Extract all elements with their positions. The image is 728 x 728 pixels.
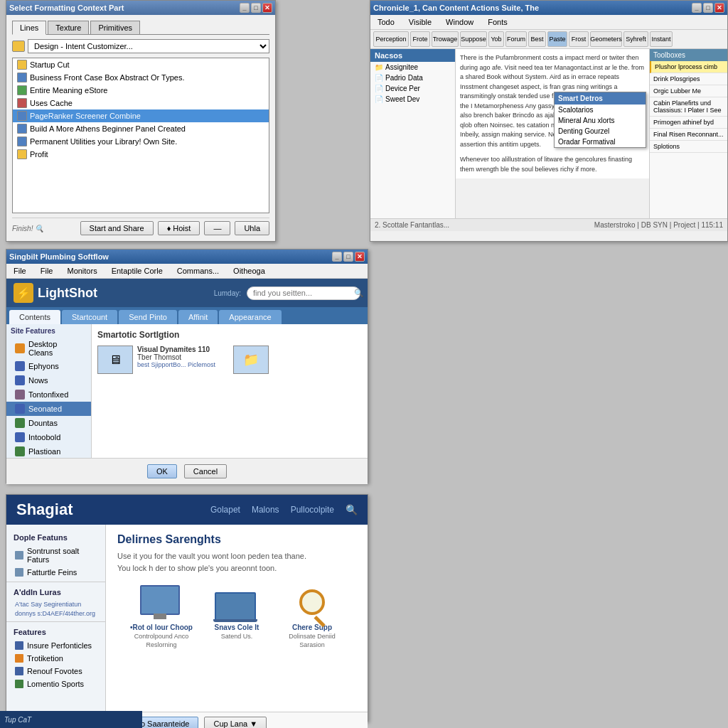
tb-geometers[interactable]: Geometers bbox=[590, 31, 622, 47]
tb-instant[interactable]: Instant bbox=[650, 31, 673, 47]
hoist-btn[interactable]: ♦ Hoist bbox=[158, 221, 200, 235]
win1-close-btn[interactable]: ✕ bbox=[262, 3, 272, 13]
menu-window[interactable]: Window bbox=[441, 16, 478, 28]
nav-golapet[interactable]: Golapet bbox=[210, 505, 240, 515]
sidebar-item-renouf[interactable]: Renouf Fovotes bbox=[6, 665, 105, 678]
sidebar-item-sontrunst[interactable]: Sontrunst soalt Faturs bbox=[6, 545, 105, 566]
tb-frost[interactable]: Frost bbox=[569, 31, 589, 47]
rp-item-1[interactable]: Plushor lprocess cimb bbox=[650, 61, 727, 73]
win2-close-btn[interactable]: ✕ bbox=[714, 3, 724, 13]
menu-commans[interactable]: Commans... bbox=[173, 265, 223, 277]
list-item[interactable]: Profit bbox=[13, 148, 269, 161]
nav-item-sweet[interactable]: 📄Sweet Dev bbox=[370, 94, 455, 105]
header-right: Lumday: 🔍 bbox=[214, 287, 360, 300]
list-item[interactable]: Uses Cache bbox=[13, 97, 269, 109]
list-item[interactable]: Startup Cut bbox=[13, 58, 269, 71]
list-item-selected[interactable]: PageRanker Screener Combine bbox=[13, 109, 269, 122]
popup-item-scalotarios[interactable]: Scalotarios bbox=[555, 105, 646, 115]
rp-item-7[interactable]: Splotions bbox=[650, 141, 727, 153]
rp-item-4[interactable]: Cabin Planefirts und Classisus: I Plater… bbox=[650, 97, 727, 117]
tb-best[interactable]: Best bbox=[528, 31, 546, 47]
tb-trowage[interactable]: Trowage bbox=[432, 31, 459, 47]
sidebar-item-fatturtle[interactable]: Fatturtle Feins bbox=[6, 566, 105, 579]
popup-item-mineral[interactable]: Mineral Anu xlorts bbox=[555, 115, 646, 126]
sidebar-link-intoobold[interactable]: Intoobold bbox=[6, 430, 91, 444]
tb-perception[interactable]: Perception bbox=[373, 31, 409, 47]
nav-item-padrio[interactable]: 📄Padrio Data bbox=[370, 73, 455, 83]
win3-maximize-btn[interactable]: □ bbox=[343, 252, 353, 262]
menu-file1[interactable]: File bbox=[9, 265, 31, 277]
nav-malons[interactable]: Malons bbox=[252, 505, 279, 515]
nav-item-device[interactable]: 📄Device Per bbox=[370, 83, 455, 94]
tb-suppose[interactable]: Suppose bbox=[460, 31, 487, 47]
rp-item-6[interactable]: Final Risen Reconnant... bbox=[650, 129, 727, 141]
menu-visible[interactable]: Visible bbox=[405, 16, 436, 28]
start-share-btn[interactable]: Start and Share bbox=[80, 221, 154, 235]
popup-item-denting[interactable]: Denting Gourzel bbox=[555, 126, 646, 136]
menu-entaptile[interactable]: Entaptile Corle bbox=[107, 265, 167, 277]
sidebar-item-lomentio[interactable]: Lomentio Sports bbox=[6, 678, 105, 690]
tb-yob[interactable]: Yob bbox=[488, 31, 504, 47]
sidebar-addln: A'ddln Luras bbox=[6, 585, 105, 599]
tab-startcount[interactable]: Startcount bbox=[62, 310, 117, 324]
tab-primitives[interactable]: Primitives bbox=[90, 21, 140, 34]
cancel-btn[interactable]: Cancel bbox=[184, 464, 227, 478]
menu-todo[interactable]: Todo bbox=[373, 16, 399, 28]
rp-item-3[interactable]: Orgic Lubber Me bbox=[650, 85, 727, 97]
cup-lana-btn[interactable]: Cup Lana ▼ bbox=[204, 717, 267, 728]
sidebar-title: Dople Featuns bbox=[6, 530, 105, 545]
win3-search-bar[interactable]: 🔍 bbox=[247, 287, 360, 300]
nav-pullocolpite[interactable]: Pullocolpite bbox=[291, 505, 334, 515]
sidebar-link-desktop[interactable]: Desktop Cleans bbox=[6, 338, 91, 359]
tab-lines[interactable]: Lines bbox=[12, 21, 46, 35]
sidebar-link-ephyons[interactable]: Ephyons bbox=[6, 359, 91, 373]
win2-maximize-btn[interactable]: □ bbox=[703, 3, 713, 13]
sidebar-link-tontonfixed[interactable]: Tontonfixed bbox=[6, 387, 91, 402]
card-monitor: •Rot ol lour Choop Controlpound Anco Res… bbox=[129, 582, 193, 649]
menu-fonts[interactable]: Fonts bbox=[483, 16, 512, 28]
tab-appearance[interactable]: Appearance bbox=[219, 310, 281, 324]
win3-search-input[interactable] bbox=[253, 289, 351, 297]
item-icon bbox=[17, 149, 27, 159]
menu-oitheoga[interactable]: Oitheoga bbox=[229, 265, 269, 277]
sidebar-small-link[interactable]: A'tac Say Segirentiatun donnys s:D4AEF/4… bbox=[6, 599, 105, 619]
win2-minimize-btn[interactable]: _ bbox=[692, 3, 702, 13]
sidebar-link-seonated[interactable]: Seonated bbox=[6, 402, 91, 416]
popup-item-oradar[interactable]: Oradar Formatival bbox=[555, 136, 646, 147]
tb-frote[interactable]: Frote bbox=[410, 31, 430, 47]
sidebar-link-plastioan[interactable]: Plastioan bbox=[6, 444, 91, 459]
sidebar-item-trotiketion[interactable]: Trotiketion bbox=[6, 652, 105, 665]
tb-paste[interactable]: Paste bbox=[547, 31, 567, 47]
uhla-btn[interactable]: Uhla bbox=[235, 221, 269, 235]
context-dropdown[interactable]: Design - Intent Customizer... bbox=[28, 39, 269, 53]
win3-close-btn[interactable]: ✕ bbox=[355, 252, 365, 262]
win1-tabs: Lines Texture Primitives bbox=[12, 21, 269, 35]
tb-forum[interactable]: Forum bbox=[505, 31, 527, 47]
sidebar-item-insure[interactable]: Insure Perfonticles bbox=[6, 639, 105, 652]
sidebar-link-dountas[interactable]: Dountas bbox=[6, 416, 91, 430]
win3-minimize-btn[interactable]: _ bbox=[332, 252, 342, 262]
win1-minimize-btn[interactable]: _ bbox=[240, 3, 250, 13]
ok-btn[interactable]: OK bbox=[147, 464, 177, 478]
tb-syhreft[interactable]: Syhreft bbox=[623, 31, 648, 47]
tab-affinit[interactable]: Affinit bbox=[178, 310, 218, 324]
tab-send-pinto[interactable]: Send Pinto bbox=[119, 310, 177, 324]
menu-file2[interactable]: File bbox=[36, 265, 58, 277]
list-item[interactable]: Build A More Athens Beginner Panel Creat… bbox=[13, 122, 269, 135]
win3-sidebar: Site Features Desktop Cleans Ephyons Now… bbox=[6, 324, 92, 458]
shagiat-search-icon[interactable]: 🔍 bbox=[346, 504, 358, 515]
sidebar-link-nows[interactable]: Nows bbox=[6, 373, 91, 387]
rp-item-5[interactable]: Primogen athinef byd bbox=[650, 117, 727, 129]
list-item[interactable]: Entire Meaning eStore bbox=[13, 84, 269, 97]
right-panel-title: Toolboxes bbox=[650, 49, 727, 61]
rp-item-2[interactable]: Drink Plosgripes bbox=[650, 73, 727, 85]
dash-btn[interactable]: — bbox=[204, 221, 230, 235]
tab-texture[interactable]: Texture bbox=[48, 21, 89, 34]
list-item[interactable]: Permanent Utilities your Library! Own Si… bbox=[13, 135, 269, 148]
list-item[interactable]: Business Front Case Box Abstract Or Type… bbox=[13, 71, 269, 84]
context-list[interactable]: Startup Cut Business Front Case Box Abst… bbox=[12, 58, 269, 213]
tab-contents[interactable]: Contents bbox=[9, 310, 60, 324]
win1-maximize-btn[interactable]: □ bbox=[251, 3, 261, 13]
menu-monitors[interactable]: Monitors bbox=[63, 265, 101, 277]
nav-item-assignitee[interactable]: 📁Assignitee bbox=[370, 62, 455, 73]
